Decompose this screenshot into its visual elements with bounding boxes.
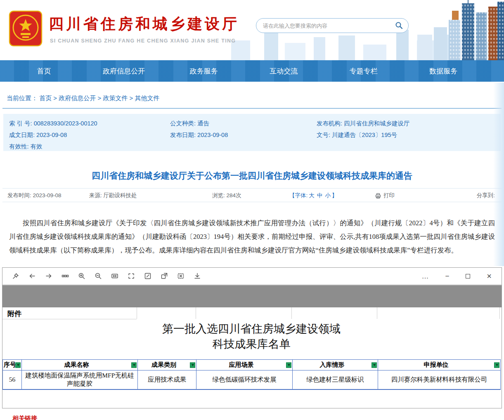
doc-meta-value: 川建通告〔2023〕195号 [332, 132, 397, 138]
doc-meta-field: 成文日期: 2023-09-08 [9, 131, 170, 139]
related-links-label[interactable]: 相关链接 [12, 415, 37, 420]
doc-meta-label: 发布日期: [170, 132, 197, 138]
breadcrumb-link[interactable]: 政府信息公开 [59, 94, 96, 101]
nav-item-6[interactable]: 数据服务 [404, 66, 484, 76]
publish-time: 发布时间: 2023-09-08 [7, 189, 62, 203]
doc-meta-field: 发布日期: 2023-09-08 [170, 131, 317, 139]
gridline [291, 307, 292, 319]
minimize-button[interactable]: − [445, 273, 449, 280]
font-size-option[interactable]: 小 [325, 192, 331, 198]
fit-width-icon[interactable] [111, 272, 118, 280]
zoom-out-icon[interactable] [94, 272, 102, 280]
results-table: 序号成果名称成果类别应用场景入库情形申报单位 56建筑楼地面保温隔声系统用MFP… [2, 359, 501, 390]
site-header: 四川省住房和城乡建设厅 SI CHUAN SHENG ZHU FANG HE C… [0, 0, 504, 60]
maximize-button[interactable] [466, 274, 470, 278]
column-header-label: 成果类别 [151, 361, 176, 369]
sheet-title-line-2: 科技成果库名单 [2, 337, 500, 352]
nav-item-5[interactable]: 专题专栏 [324, 66, 404, 76]
column-header-2: 成果名称 [22, 360, 138, 370]
doc-meta-field: 发布机构: 四川省住房和城乡建设厅 [317, 120, 501, 127]
results-table-body: 56建筑楼地面保温隔声系统用MFP无机硅声能凝胶应用技术成果绿色低碳循环技术发展… [3, 370, 501, 389]
share-control[interactable]: 分享到: [477, 189, 495, 203]
search-input[interactable] [263, 23, 395, 29]
doc-meta-grid: 索 引 号: 008283930/2023-00120公文种类: 通告发布机构:… [3, 114, 501, 151]
filter-dropdown-icon[interactable] [494, 362, 499, 368]
nav-item-4[interactable]: 互动交流 [244, 66, 324, 76]
doc-meta-label: 成文日期: [9, 132, 36, 138]
breadcrumb-separator: > [52, 94, 59, 101]
table-cell: 绿色低碳循环技术发展 [196, 370, 293, 389]
doc-meta-value: 通告 [197, 120, 209, 127]
doc-meta-value: 四川省住房和城乡建设厅 [344, 120, 410, 127]
viewer-background [2, 285, 502, 307]
screenshot-icon[interactable] [177, 272, 185, 280]
print-button[interactable]: 打印 [375, 189, 395, 203]
publish-time-label: 发布时间: [7, 192, 31, 198]
close-button[interactable]: × [487, 272, 492, 280]
forward-arrow-icon[interactable] [45, 272, 52, 280]
doc-meta-value: 2023-09-08 [36, 132, 67, 138]
table-cell: 绿色建材三星级标识 [293, 370, 378, 389]
gridline [499, 307, 500, 319]
font-size-option[interactable]: 中 [317, 192, 323, 198]
breadcrumb-link[interactable]: 首页 [39, 94, 52, 101]
more-options-button[interactable]: … [421, 273, 428, 280]
views-value: 284次 [227, 192, 241, 198]
grid-view-icon[interactable] [61, 272, 69, 280]
doc-meta-label: 公文种类: [170, 120, 197, 127]
filter-dropdown-icon[interactable] [15, 362, 21, 368]
spreadsheet-preview: 附件 第一批入选四川省住房城乡建设领域 科技成果库名单 序号成果名称成果类别应用… [2, 307, 502, 408]
doc-meta-field: 公文种类: 通告 [170, 120, 317, 127]
search-icon[interactable] [395, 21, 403, 30]
breadcrumb: 当前位置： 首页 > 政府信息公开 > 政策文件 > 其他文件 [7, 94, 160, 102]
column-header-label: 入库情形 [320, 361, 345, 369]
site-title: 四川省住房和城乡建设厅 [49, 14, 239, 34]
filter-dropdown-icon[interactable] [371, 362, 377, 368]
window-controls: … − × [421, 272, 502, 280]
breadcrumb-link[interactable]: 其他文件 [135, 94, 160, 101]
filter-dropdown-icon[interactable] [190, 362, 195, 368]
zoom-in-icon[interactable] [78, 272, 85, 280]
select-area-icon[interactable] [127, 272, 135, 280]
attachment-cell-row: 附件 [2, 307, 502, 319]
breadcrumb-link[interactable]: 政策文件 [103, 94, 128, 101]
sheet-title: 第一批入选四川省住房城乡建设领域 科技成果库名单 [2, 321, 500, 352]
table-cell: 应用技术成果 [138, 370, 196, 389]
font-size-prefix: 【字体: [289, 192, 308, 198]
main-nav: 首页政府信息公开政务服务互动交流专题专栏数据服务 [0, 60, 504, 82]
doc-meta-box: 索 引 号: 008283930/2023-00120公文种类: 通告发布机构:… [3, 114, 501, 151]
font-size-option[interactable]: 大 [309, 192, 315, 198]
breadcrumb-separator: > [96, 94, 103, 101]
download-icon[interactable] [193, 272, 201, 280]
column-header-label: 应用场景 [229, 361, 254, 369]
site-title-pinyin: SI CHUAN SHENG ZHU FANG HE CHENG XIANG J… [50, 38, 236, 44]
edit-icon[interactable] [144, 272, 151, 280]
column-header-5: 入库情形 [293, 360, 378, 370]
filter-dropdown-icon[interactable] [131, 362, 137, 368]
nav-item-1[interactable]: 首页 [4, 66, 84, 76]
nav-item-2[interactable]: 政府信息公开 [84, 66, 164, 76]
attachment-label: 附件 [7, 309, 21, 319]
breadcrumb-label: 当前位置： [7, 94, 38, 101]
doc-meta-value: 2023-09-08 [197, 132, 228, 138]
nav-item-3[interactable]: 政务服务 [164, 66, 244, 76]
search-box[interactable] [256, 18, 409, 33]
printer-icon [375, 193, 381, 199]
city-skyline-graphic [409, 0, 504, 60]
column-header-label: 序号 [4, 361, 16, 369]
column-header-1: 序号 [3, 360, 22, 370]
viewer-toolbar: … − × [2, 268, 502, 285]
filter-dropdown-icon[interactable] [286, 362, 291, 368]
divider [2, 108, 502, 109]
doc-meta-label: 文号: [317, 132, 332, 138]
open-in-window-icon[interactable] [160, 272, 168, 280]
results-table-head-row: 序号成果名称成果类别应用场景入库情形申报单位 [3, 360, 501, 370]
back-arrow-icon[interactable] [28, 272, 36, 280]
view-count: 浏览: 284次 [212, 189, 241, 203]
table-cell: 四川赛尔科美新材料科技有限公司 [378, 370, 501, 389]
article-body: 按照四川省住房和城乡建设厅《关于印发〈四川省住房城乡建设领域新技术推广应用管理办… [9, 216, 495, 257]
doc-meta-field: 文号: 川建通告〔2023〕195号 [317, 131, 501, 139]
doc-meta-field: 索 引 号: 008283930/2023-00120 [9, 120, 170, 127]
doc-meta-value: 有效 [31, 143, 43, 150]
pin-icon[interactable] [12, 272, 19, 280]
